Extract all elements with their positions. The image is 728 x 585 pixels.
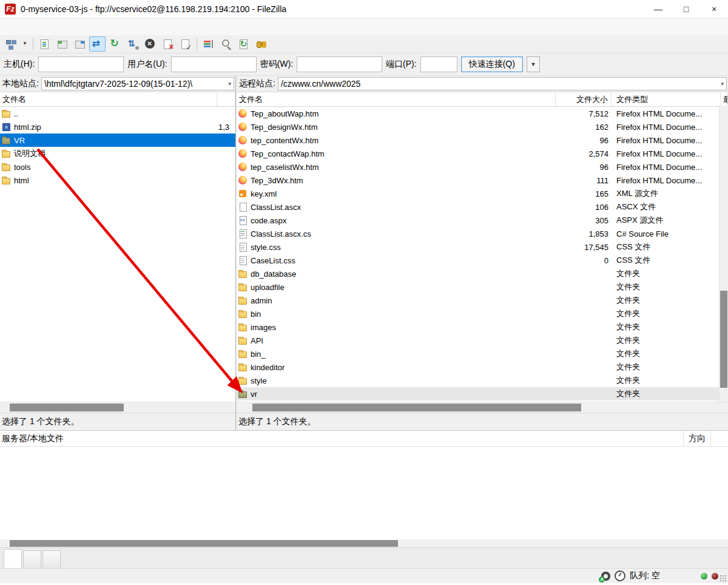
menu-item[interactable] [24,25,35,29]
queue-column-server-local[interactable]: 服务器/本地文件 [0,433,64,444]
toggle-local-tree-button[interactable] [54,36,70,52]
remote-column-filename[interactable]: 文件名 [237,92,556,106]
file-row[interactable]: uploadfile 文件夹 2 [237,280,728,294]
toggle-queue-button[interactable] [89,36,106,52]
file-panes: 本地站点: \html\dfcjtgtarv7-2025-12-09(15-01… [0,76,728,431]
scrollbar-thumb[interactable] [10,540,398,547]
remote-vertical-scrollbar[interactable] [719,106,728,403]
password-input[interactable] [297,56,382,72]
toolbar-separator[interactable] [197,38,197,50]
menu-item[interactable] [35,25,46,29]
file-row[interactable]: Tep_aboutWap.htm 7,512 Firefox HTML Docu… [237,107,728,120]
file-row[interactable]: .. [0,107,235,120]
file-row[interactable]: ClassList.ascx.cs 1,853 C# Source File 2 [237,227,728,240]
menu-item[interactable] [46,25,57,29]
menu-item[interactable] [13,25,24,29]
file-row[interactable]: key.xml 165 XML 源文件 2 [237,187,728,200]
file-row[interactable]: code.aspx 305 ASPX 源文件 2 [237,214,728,227]
file-row[interactable]: VR [0,134,235,147]
remote-column-modified-clipped[interactable]: 最 [721,92,728,106]
dropdown-icon [20,38,30,50]
local-horizontal-scrollbar[interactable] [0,402,235,413]
toggle-log-button[interactable] [36,36,53,52]
remote-site-path[interactable]: /czwww.cn/www2025 ▾ [278,77,727,90]
file-row[interactable]: images 文件夹 2 [237,320,728,334]
queue-tab[interactable] [42,550,61,568]
file-row[interactable]: tep_contentWx.htm 96 Firefox HTML Docume… [237,134,728,147]
file-size: 17,545 [556,243,612,252]
local-column-filename[interactable]: 文件名 [0,92,217,106]
file-row[interactable]: db_database 文件夹 2 [237,267,728,280]
queue-horizontal-scrollbar[interactable] [0,539,728,547]
site-manager-dropdown[interactable] [20,36,30,52]
cancel-button[interactable] [142,36,158,52]
filter-button[interactable] [200,36,217,52]
host-input[interactable] [38,56,124,72]
folder-icon [238,283,248,291]
file-size: 1,853 [556,229,612,238]
speed-gauge-icon[interactable] [615,570,625,581]
close-button[interactable]: × [700,0,728,18]
remote-horizontal-scrollbar[interactable] [237,402,728,413]
file-row[interactable]: html.zip 1,3 [0,120,235,134]
username-label: 用户名(U): [127,59,167,70]
refresh-button[interactable] [107,36,123,52]
sync-browsing-button[interactable] [235,36,252,52]
process-queue-button[interactable] [124,36,141,52]
file-row[interactable]: style 文件夹 2 [237,374,728,387]
queue-column-direction[interactable]: 方向 [683,431,711,446]
maximize-button[interactable]: □ [672,0,700,18]
cancel-icon [144,38,157,50]
file-row[interactable]: style.css 17,545 CSS 文件 2 [237,240,728,254]
scrollbar-thumb[interactable] [720,291,727,388]
file-size: 1,3 [218,123,235,132]
toolbar-separator[interactable] [33,38,33,50]
site-manager-button[interactable] [2,36,19,52]
file-row[interactable]: admin 文件夹 2 [237,294,728,307]
compare-directories-button[interactable] [218,36,234,52]
disconnect-button[interactable] [160,36,176,52]
port-label: 端口(P): [386,59,417,70]
folder-icon [238,269,248,278]
file-row[interactable]: vr 文件夹 2 [237,387,728,401]
resize-grip[interactable] [720,575,727,582]
file-row[interactable]: API 文件夹 2 [237,334,728,347]
file-row[interactable]: CaseList.css 0 CSS 文件 2 [237,254,728,267]
file-row[interactable]: tep_caselistWx.htm 96 Firefox HTML Docum… [237,160,728,174]
username-input[interactable] [171,56,257,72]
chevron-down-icon[interactable]: ▾ [226,81,234,87]
local-site-path[interactable]: \html\dfcjtgtarv7-2025-12-09(15-01-12)\ … [41,77,234,90]
file-row[interactable]: Tep_contactWap.htm 2,574 Firefox HTML Do… [237,147,728,160]
remote-column-size[interactable]: 文件大小 [556,92,612,106]
remote-column-type[interactable]: 文件类型 [612,92,721,106]
file-row[interactable]: html [0,174,235,187]
scrollbar-thumb[interactable] [252,404,581,411]
port-input[interactable] [420,56,457,72]
file-row[interactable]: Tep_designWx.htm 162 Firefox HTML Docume… [237,120,728,134]
file-size: 96 [556,163,612,172]
menu-item[interactable] [68,25,79,29]
local-column-size[interactable] [217,92,235,106]
file-row[interactable]: ClassList.ascx 106 ASCX 文件 2 [237,200,728,214]
chevron-down-icon[interactable]: ▾ [718,81,726,87]
password-label: 密码(W): [260,59,293,70]
quickconnect-button[interactable]: 快速连接(Q) [461,56,523,72]
toggle-remote-tree-button[interactable] [72,36,88,52]
menu-item[interactable] [2,25,13,29]
file-row[interactable]: tools [0,160,235,174]
find-files-button[interactable] [253,36,269,52]
minimize-button[interactable]: — [644,0,672,18]
file-name: tools [14,163,30,172]
queue-tab[interactable] [4,549,22,568]
quickconnect-dropdown[interactable]: ▼ [527,56,540,72]
file-row[interactable]: bin_ 文件夹 2 [237,347,728,360]
menu-item[interactable] [57,25,68,29]
transfer-settings-gear-icon[interactable]: A [601,572,610,581]
file-row[interactable]: bin 文件夹 2 [237,307,728,320]
scrollbar-thumb[interactable] [10,404,124,411]
queue-tab[interactable] [23,550,41,568]
file-row[interactable]: 说明文档 [0,147,235,160]
file-row[interactable]: Tep_3dWx.htm 111 Firefox HTML Docume... … [237,174,728,187]
file-row[interactable]: kindeditor 文件夹 2 [237,360,728,374]
reconnect-button[interactable] [177,36,194,52]
